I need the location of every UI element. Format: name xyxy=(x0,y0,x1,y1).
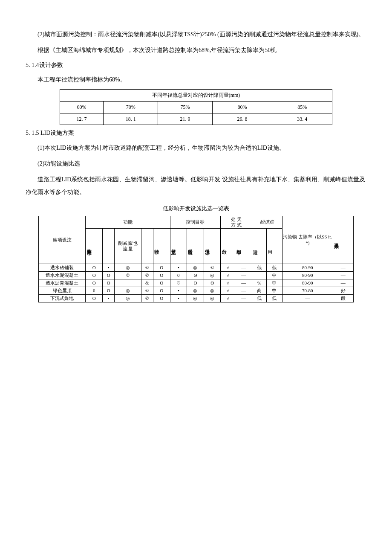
lid-cell: ◎ xyxy=(204,295,221,302)
lid-cell: 80-90 xyxy=(282,264,333,272)
lid-cell: O xyxy=(153,272,170,279)
lid-cell: Θ xyxy=(187,272,204,279)
rainfall-value: 21. 9 xyxy=(158,113,213,125)
lid-cell: 好 xyxy=(333,287,353,295)
lid-sub: 径流污染 xyxy=(204,229,221,264)
rainfall-value: 12. 7 xyxy=(60,113,104,125)
lid-cell: O xyxy=(86,272,103,279)
lid-name: 下沉式媒地 xyxy=(39,295,86,302)
lid-cell: 0 xyxy=(86,287,103,295)
lid-cell: √ xyxy=(221,264,235,272)
lid-cell: © xyxy=(141,264,153,272)
lid-cell: O xyxy=(86,279,103,287)
rainfall-table: 不同年径流总量对应的设计降雨量(mm) 60% 70% 75% 80% 85% … xyxy=(60,89,332,125)
lid-cell: ◎ xyxy=(115,295,141,302)
rainfall-header: 85% xyxy=(272,101,332,113)
rainfall-header: 70% xyxy=(104,101,158,113)
lid-cell: O xyxy=(103,287,115,295)
lid-name: 透水沥青混凝土 xyxy=(39,279,86,287)
lid-cell: — xyxy=(235,279,252,287)
lid-cell: — xyxy=(333,272,353,279)
lid-cell: Θ xyxy=(204,279,221,287)
lid-cell: — xyxy=(333,264,353,272)
paragraph-5: (1)本次LID设施方案为针对市政道路的配套工程，经分析，生物滞留沟为较为合适的… xyxy=(26,142,366,155)
lid-sub: 建造 xyxy=(252,229,267,264)
lid-head-mode: 处 天 方 式 xyxy=(221,216,252,228)
table-row: 12. 7 18. 1 21. 9 26. 8 33. 4 xyxy=(60,113,332,125)
lid-sub: 用 xyxy=(267,229,282,264)
lid-cell: © xyxy=(170,279,187,287)
lid-cell: 中 xyxy=(267,272,282,279)
rainfall-value: 18. 1 xyxy=(104,113,158,125)
table-row: 透水砖铺装 O • ◎ © O • ◎ © √ — 低 低 80-90 — xyxy=(39,264,354,272)
lid-head-item: 幽项设汶 xyxy=(39,216,86,264)
table-row: 透水水泥混凝土 O O © © O 0 Θ ◎ √ — 中 80-90 — xyxy=(39,272,354,279)
lid-name: 透水砖铺装 xyxy=(39,264,86,272)
rainfall-header: 60% xyxy=(60,101,104,113)
lid-cell: © xyxy=(141,272,153,279)
lid-cell: O xyxy=(86,295,103,302)
lid-cell: √ xyxy=(221,279,235,287)
lid-table-caption: 低影响开发设施比选一览表 xyxy=(26,203,366,214)
lid-cell: 般 xyxy=(333,295,353,302)
section-514: 5. 1.4设计参数 xyxy=(26,60,366,71)
lid-cell: ◎ xyxy=(204,272,221,279)
table-row: 60% 70% 75% 80% 85% xyxy=(60,101,332,113)
lid-cell: © xyxy=(141,287,153,295)
lid-cell: 中 xyxy=(267,287,282,295)
lid-cell: 商 xyxy=(252,287,267,295)
lid-cell: O xyxy=(153,264,170,272)
lid-cell: 80-90 xyxy=(282,272,333,279)
table-row: 下沉式媒地 O • ◎ © O • ◎ ◎ √ — 低 低 — 般 xyxy=(39,295,354,302)
lid-cell: • xyxy=(170,264,187,272)
lid-cell: 中 xyxy=(267,279,282,287)
lid-cell: O xyxy=(153,287,170,295)
table-row: 透水沥青混凝土 O O & O © O Θ √ — % 中 80-90 — xyxy=(39,279,354,287)
lid-cell: — xyxy=(235,272,252,279)
lid-sub: 径溵龄值 xyxy=(187,229,204,264)
lid-cell: O xyxy=(103,279,115,287)
lid-name: 透水水泥混凝土 xyxy=(39,272,86,279)
paragraph-4: 本工程年径流控制率指标为68%。 xyxy=(26,73,366,87)
lid-sub: 分敢 xyxy=(221,229,235,264)
lid-head-target: 控制目标 xyxy=(170,216,221,228)
lid-head-func: 功能 xyxy=(86,216,170,228)
lid-compare-table: 幽项设汶 功能 控制目标 处 天 方 式 经济烂 污染物 去除率（以SS it.… xyxy=(38,216,354,302)
lid-head-effect: 现果景效 xyxy=(333,216,353,264)
lid-cell: — xyxy=(235,287,252,295)
rainfall-value: 26. 8 xyxy=(212,113,272,125)
lid-cell: • xyxy=(103,295,115,302)
lid-cell: 低 xyxy=(267,295,282,302)
lid-cell: O xyxy=(153,295,170,302)
lid-cell: — xyxy=(282,295,333,302)
lid-sub: 削减 蹴也 流 量 xyxy=(115,229,141,264)
lid-sub: 柒蒋利用限水 xyxy=(86,229,103,264)
lid-cell: — xyxy=(333,279,353,287)
paragraph-7: 道路工程LID系统包括雨水花园、生物滞留沟、渗透塘等。低影响开发 设施往往具有补… xyxy=(26,173,366,200)
lid-sub: 转输 xyxy=(153,229,170,264)
rainfall-header: 80% xyxy=(212,101,272,113)
lid-cell xyxy=(115,279,141,287)
lid-name: 绿色屋顶 xyxy=(39,287,86,295)
lid-sub xyxy=(141,229,153,264)
lid-cell: 低 xyxy=(267,264,282,272)
lid-cell: • xyxy=(170,295,187,302)
lid-cell: © xyxy=(141,295,153,302)
lid-cell: 0 xyxy=(170,272,187,279)
lid-cell: √ xyxy=(221,272,235,279)
lid-head-pollutant: 污染物 去除率（以SS it. *) xyxy=(282,216,333,264)
table-row: 幽项设汶 功能 控制目标 处 天 方 式 经济烂 污染物 去除率（以SS it.… xyxy=(39,216,354,228)
lid-cell xyxy=(252,272,267,279)
lid-cell: — xyxy=(235,264,252,272)
lid-cell: ◎ xyxy=(115,287,141,295)
rainfall-value: 33. 4 xyxy=(272,113,332,125)
lid-cell: 低 xyxy=(252,295,267,302)
lid-cell: ◎ xyxy=(187,295,204,302)
lid-cell: 80-90 xyxy=(282,279,333,287)
lid-cell: 70-80 xyxy=(282,287,333,295)
lid-cell: 低 xyxy=(252,264,267,272)
lid-cell: — xyxy=(235,295,252,302)
lid-cell: ◎ xyxy=(204,287,221,295)
section-515: 5. 1.5 LID设施方案 xyxy=(26,128,366,139)
paragraph-2: (2)城市面源污染控制：雨水径流污染物削减率(以悬浮物TSS计)250% (面源… xyxy=(26,28,366,41)
